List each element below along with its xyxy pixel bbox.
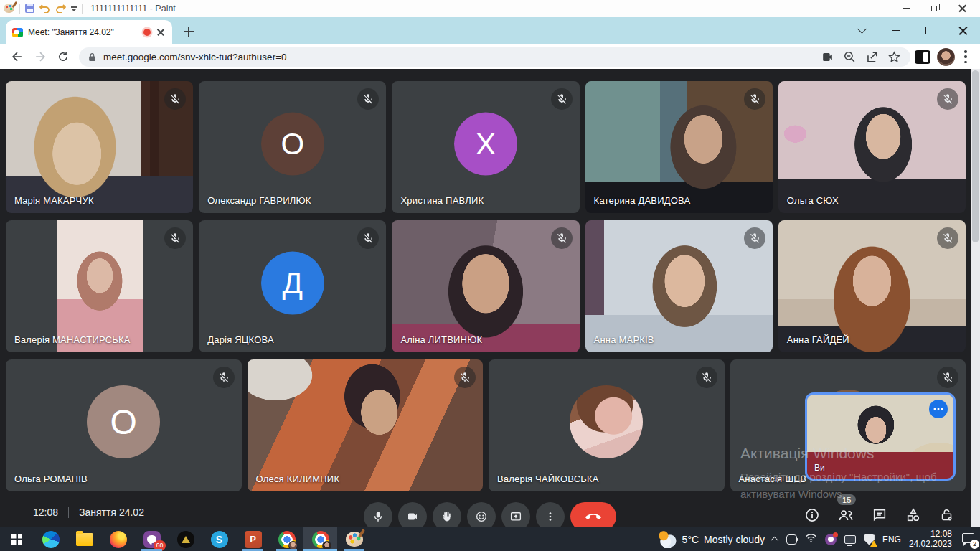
- bookmark-button[interactable]: [886, 49, 902, 65]
- raise-hand-button[interactable]: [433, 502, 461, 527]
- tray-app-button[interactable]: [786, 534, 797, 545]
- mic-muted-icon: [357, 227, 379, 249]
- viber-unread-badge: 60: [154, 540, 165, 551]
- participant-tile[interactable]: Олеся КИЛИМНИК: [248, 359, 484, 491]
- camera-button[interactable]: [398, 502, 427, 527]
- action-center-button[interactable]: 2: [962, 533, 976, 546]
- participant-tile[interactable]: О Олександр ГАВРИЛЮК: [199, 81, 386, 213]
- tray-overflow-button[interactable]: [773, 537, 778, 542]
- participant-name: Валерія ЧАЙКОВСЬКА: [497, 474, 599, 484]
- paint-close-button[interactable]: [958, 4, 966, 12]
- chat-button[interactable]: [871, 507, 888, 524]
- participant-tile[interactable]: Аліна ЛИТВИНЮК: [392, 220, 579, 352]
- paint-app-icon: [4, 4, 14, 13]
- zoom-out-page-button[interactable]: [842, 49, 857, 65]
- paint-restore-button[interactable]: [931, 6, 937, 11]
- profile-avatar[interactable]: [937, 48, 955, 66]
- camera-in-use-button[interactable]: [819, 49, 835, 65]
- start-button[interactable]: [0, 527, 34, 551]
- taskbar-chrome-profile-1[interactable]: [270, 527, 303, 551]
- chrome-profile-badge: [288, 541, 298, 550]
- tray-app-icon: [786, 534, 797, 545]
- tab-close-button[interactable]: [156, 27, 166, 37]
- meeting-details-button[interactable]: [804, 507, 821, 524]
- undo-button[interactable]: [39, 4, 50, 13]
- host-controls-button[interactable]: [938, 507, 956, 524]
- back-button[interactable]: [6, 45, 29, 68]
- participant-name: Аліна ЛИТВИНЮК: [400, 334, 482, 345]
- address-bar[interactable]: meet.google.com/snv-xhic-tud?authuser=0: [79, 47, 910, 67]
- save-button[interactable]: [25, 4, 34, 13]
- chrome-menu-chevron-button[interactable]: [845, 17, 879, 44]
- participant-tile[interactable]: Валерія МАНАСТИРСЬКА: [6, 220, 193, 352]
- participant-tile[interactable]: Ольга СЮХ: [778, 81, 966, 213]
- taskbar-skype[interactable]: [202, 527, 236, 551]
- end-call-button[interactable]: [570, 502, 616, 527]
- scrollbar-thumb[interactable]: [972, 70, 979, 242]
- lock-icon: [88, 52, 97, 62]
- forward-button[interactable]: [29, 45, 52, 68]
- forward-arrow-icon: [33, 50, 47, 64]
- video-grid-row-2: Валерія МАНАСТИРСЬКА Д Дарія ЯЦКОВА Алін…: [0, 220, 980, 352]
- self-view-options-button[interactable]: [929, 400, 948, 418]
- letter-avatar: Д: [261, 252, 324, 315]
- taskbar-edge[interactable]: [34, 527, 67, 551]
- participant-tile[interactable]: Валерія ЧАЙКОВСЬКА: [489, 359, 725, 491]
- participant-tile[interactable]: Марія МАКАРЧУК: [6, 81, 193, 213]
- clock-widget[interactable]: 12:08 24.02.2023: [909, 529, 952, 549]
- participant-tile[interactable]: О Ольга РОМАНІВ: [6, 359, 242, 491]
- restore-icon: [931, 6, 937, 11]
- display-tray-button[interactable]: [844, 535, 856, 544]
- chrome-menu-button[interactable]: [964, 50, 967, 63]
- mic-muted-icon: [357, 88, 379, 110]
- refresh-icon: [57, 50, 70, 63]
- taskbar-powerpoint[interactable]: [236, 527, 270, 551]
- self-view-tile[interactable]: Ви: [805, 392, 956, 481]
- taskbar-chrome-profile-2-active[interactable]: [303, 527, 337, 551]
- chrome-close-button[interactable]: [946, 17, 980, 44]
- taskbar-viber[interactable]: 60: [135, 527, 169, 551]
- participant-name: Олеся КИЛИМНИК: [256, 474, 340, 484]
- weather-widget[interactable]: 5°C Mostly cloudy: [657, 531, 765, 548]
- participants-button[interactable]: 15: [837, 507, 854, 524]
- taskbar-firefox[interactable]: [101, 527, 135, 551]
- participant-name: Олександр ГАВРИЛЮК: [207, 195, 311, 206]
- side-panel-button[interactable]: [915, 50, 930, 64]
- participant-tile[interactable]: Анна ГАЙДЕЙ: [778, 220, 966, 352]
- emoji-smile-icon: [475, 510, 488, 523]
- customize-quick-access-button[interactable]: [71, 6, 77, 11]
- new-tab-button[interactable]: [179, 22, 198, 41]
- microphone-button[interactable]: [364, 502, 392, 527]
- participant-tile[interactable]: Анна МАРКІВ: [585, 220, 773, 352]
- taskbar-aimp[interactable]: [169, 527, 202, 551]
- letter-avatar: О: [261, 113, 324, 176]
- network-button[interactable]: [805, 533, 817, 546]
- viber-tray-icon: [825, 534, 837, 545]
- reactions-button[interactable]: [467, 502, 496, 527]
- participant-tile[interactable]: Катерина ДАВИДОВА: [585, 81, 773, 213]
- chrome-icon: [278, 531, 296, 548]
- media-recording-indicator-icon: [143, 29, 151, 36]
- refresh-button[interactable]: [52, 45, 75, 68]
- people-icon: [837, 507, 854, 524]
- present-screen-button[interactable]: [501, 502, 530, 527]
- participant-tile[interactable]: Д Дарія ЯЦКОВА: [199, 220, 386, 352]
- taskbar-file-explorer[interactable]: [67, 527, 101, 551]
- security-tray-button[interactable]: [864, 534, 875, 545]
- language-indicator[interactable]: ENG: [882, 534, 901, 545]
- paint-minimize-button[interactable]: [903, 8, 910, 9]
- chrome-maximize-button[interactable]: [913, 17, 946, 44]
- magnifier-minus-icon: [843, 50, 857, 64]
- notification-count-badge: 2: [970, 540, 979, 549]
- more-options-button[interactable]: [536, 502, 565, 527]
- participant-tile[interactable]: Х Христина ПАВЛИК: [392, 81, 579, 213]
- redo-button[interactable]: [55, 4, 66, 13]
- browser-tab[interactable]: Meet: "Заняття 24.02": [6, 20, 172, 44]
- activities-button[interactable]: [905, 507, 922, 524]
- share-button[interactable]: [864, 49, 880, 65]
- page-scrollbar[interactable]: [971, 69, 980, 527]
- chrome-minimize-button[interactable]: [879, 17, 913, 44]
- meet-favicon-icon: [12, 28, 23, 37]
- taskbar-paint[interactable]: [337, 527, 371, 551]
- viber-tray-button[interactable]: [825, 534, 837, 545]
